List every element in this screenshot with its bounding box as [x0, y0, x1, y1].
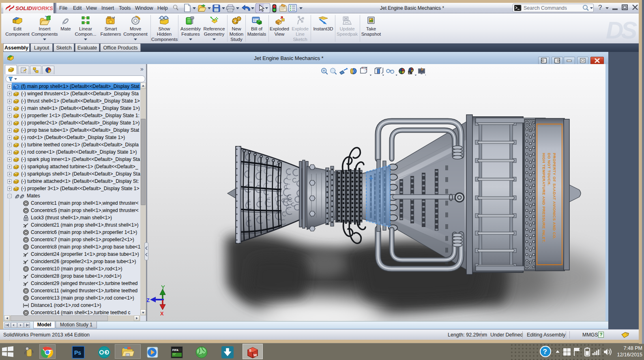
svg-text:SOLIDWORKS: SOLIDWORKS	[15, 5, 53, 11]
svg-text:HIGH TEMPERATURE AND PRESSURE: HIGH TEMPERATURE AND PRESSURE INLET.	[542, 153, 546, 243]
svg-text:S: S	[249, 349, 251, 353]
svg-text:Z: Z	[147, 297, 150, 303]
svg-text:X: X	[160, 311, 164, 317]
svg-text:DO NOT TOUCH.: DO NOT TOUCH.	[547, 153, 552, 186]
svg-text:Ps: Ps	[74, 349, 81, 356]
svg-text:?: ?	[543, 348, 547, 356]
svg-text:PROPERTY OF SAADAT AVIONICS AN: PROPERTY OF SAADAT AVIONICS AND CO.	[552, 153, 557, 239]
svg-text:W: W	[253, 353, 257, 357]
svg-text:FIFA: FIFA	[172, 349, 178, 351]
